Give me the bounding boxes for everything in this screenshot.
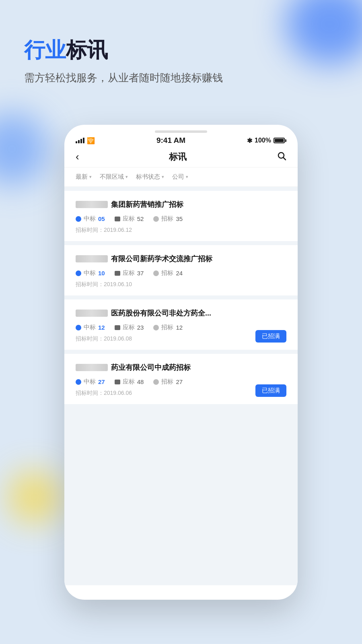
zhaobiao-label: 招标 [161,378,173,386]
filter-status-label: 标书状态 [136,173,160,181]
card-title-text: 医药股份有限公司非处方药全... [111,308,211,318]
zhongbiao-stat: 中标 10 [76,269,105,277]
card-title: 集团新药营销推广招标 [76,200,286,209]
yingbiao-label: 应标 [123,378,135,386]
yingbiao-stat: 应标 23 [115,324,144,331]
svg-line-1 [283,157,286,160]
card-title: 医药股份有限公司非处方药全... [76,308,286,318]
yingbiao-label: 应标 [123,269,135,277]
zhaobiao-stat: 招标 24 [153,269,183,277]
status-left: 🛜 [76,137,95,144]
zhaobiao-value: 35 [176,215,183,222]
zhongbiao-value: 10 [98,270,105,277]
list-item[interactable]: 集团新药营销推广招标 中标 05 应标 52 招标 [64,191,298,241]
header-section: 行业标讯 需方轻松找服务，从业者随时随地接标赚钱 [0,0,362,101]
card-time: 招标时间：2019.06.08 [76,335,286,343]
wifi-icon: 🛜 [87,137,95,144]
filter-latest-label: 最新 [76,173,88,181]
main-title: 行业标讯 [24,36,338,64]
yingbiao-dot [115,380,120,384]
list-item[interactable]: 有限公司新药学术交流推广招标 中标 10 应标 37 招 [64,245,298,295]
card-stats: 中标 12 应标 23 招标 12 [76,324,286,331]
nav-title: 标讯 [169,151,187,163]
zhongbiao-stat: 中标 05 [76,215,105,223]
filter-company-label: 公司 [172,173,184,181]
status-time: 9:41 AM [156,136,185,145]
zhongbiao-dot [76,270,81,276]
zhongbiao-dot [76,379,81,385]
zhongbiao-value: 27 [98,378,105,385]
battery-percent: 100% [255,137,271,144]
filter-status[interactable]: 标书状态 ▾ [136,173,164,181]
zhaobiao-value: 24 [176,270,183,277]
search-button[interactable] [277,151,286,163]
card-title-text: 有限公司新药学术交流推广招标 [111,254,212,264]
filter-latest[interactable]: 最新 ▾ [76,173,92,181]
zhongbiao-stat: 中标 27 [76,378,105,386]
yingbiao-label: 应标 [123,215,135,223]
zhaobiao-stat: 招标 27 [153,378,183,386]
card-stats: 中标 27 应标 48 招标 27 [76,378,286,386]
yingbiao-value: 23 [137,324,144,331]
zhaobiao-stat: 招标 35 [153,215,183,223]
yingbiao-dot [115,325,120,330]
zhaobiao-label: 招标 [161,215,173,223]
yingbiao-stat: 应标 52 [115,215,144,223]
bluetooth-icon: ✱ [247,137,252,144]
filter-status-arrow: ▾ [162,174,164,180]
list-item[interactable]: 医药股份有限公司非处方药全... 中标 12 应标 23 [64,299,298,350]
filter-region-label: 不限区域 [100,173,124,181]
zhongbiao-dot [76,325,81,330]
zhaobiao-dot [153,379,159,385]
yingbiao-stat: 应标 37 [115,269,144,277]
company-name-blurred [76,310,108,317]
card-stats: 中标 10 应标 37 招标 24 [76,269,286,277]
back-button[interactable]: ‹ [76,151,79,163]
yingbiao-value: 52 [137,215,144,222]
card-title: 药业有限公司中成药招标 [76,363,286,372]
zhaobiao-stat: 招标 12 [153,324,183,331]
zhaobiao-dot [153,270,159,276]
zhongbiao-label: 中标 [84,378,96,386]
battery-icon [274,138,285,143]
zhongbiao-stat: 中标 12 [76,324,105,331]
company-name-blurred [76,201,108,208]
phone-frame: 🛜 9:41 AM ✱ 100% ‹ 标讯 [64,125,298,600]
filter-company[interactable]: 公司 ▾ [172,173,188,181]
full-badge: 已招满 [255,330,286,343]
list-item[interactable]: 药业有限公司中成药招标 中标 27 应标 48 招标 [64,354,298,404]
zhongbiao-dot [76,216,81,222]
battery-tip [285,139,286,142]
zhaobiao-value: 27 [176,378,183,385]
phone-mockup: 🛜 9:41 AM ✱ 100% ‹ 标讯 [64,125,298,600]
content-area: 集团新药营销推广招标 中标 05 应标 52 招标 [64,187,298,585]
zhaobiao-label: 招标 [161,324,173,331]
decoration-blob-yellow [8,471,60,523]
zhaobiao-value: 12 [176,324,183,331]
filter-region[interactable]: 不限区域 ▾ [100,173,128,181]
zhongbiao-value: 05 [98,215,105,222]
notch-bar [155,130,207,133]
status-bar: 🛜 9:41 AM ✱ 100% [64,133,298,147]
card-title-text: 集团新药营销推广招标 [111,200,183,209]
yingbiao-value: 48 [137,378,144,385]
card-time: 招标时间：2019.06.12 [76,227,286,234]
company-name-blurred [76,255,108,262]
card-title: 有限公司新药学术交流推广招标 [76,254,286,264]
yingbiao-stat: 应标 48 [115,378,144,386]
zhaobiao-dot [153,216,159,222]
yingbiao-dot [115,271,120,276]
company-name-blurred [76,364,108,371]
card-title-text: 药业有限公司中成药招标 [111,363,191,372]
zhongbiao-label: 中标 [84,269,96,277]
subtitle: 需方轻松找服务，从业者随时随地接标赚钱 [24,71,338,85]
zhaobiao-label: 招标 [161,269,173,277]
status-right: ✱ 100% [247,137,286,144]
zhongbiao-label: 中标 [84,324,96,331]
card-time: 招标时间：2019.06.06 [76,390,286,397]
yingbiao-dot [115,217,120,221]
card-time: 招标时间：2019.06.10 [76,281,286,288]
filter-latest-arrow: ▾ [89,174,92,180]
title-highlight: 行业 [24,38,66,62]
filter-region-arrow: ▾ [125,174,128,180]
